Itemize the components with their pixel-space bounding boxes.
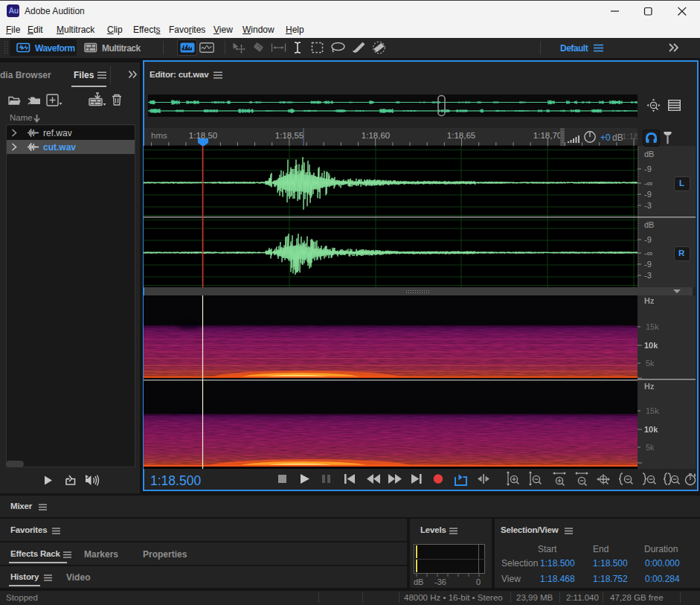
svg-text:-9: -9 xyxy=(644,164,652,173)
svg-text:-3: -3 xyxy=(644,271,652,280)
svg-text:1:18,: 1:18, xyxy=(622,132,638,141)
svg-text:Hz: Hz xyxy=(644,296,655,305)
svg-text:-9: -9 xyxy=(644,260,652,269)
svg-text:1:18,65: 1:18,65 xyxy=(447,131,475,140)
svg-text:1:18,60: 1:18,60 xyxy=(362,131,390,140)
svg-text:10k: 10k xyxy=(644,341,658,350)
svg-text:5k: 5k xyxy=(646,359,655,368)
svg-text:-3: -3 xyxy=(644,201,652,210)
svg-text:15k: 15k xyxy=(646,322,659,331)
svg-text:1:18,55: 1:18,55 xyxy=(275,131,304,140)
svg-text:dB: dB xyxy=(644,150,654,159)
svg-text:1:18,70: 1:18,70 xyxy=(533,131,562,140)
svg-text:-∞: -∞ xyxy=(644,249,653,257)
svg-text:10k: 10k xyxy=(644,425,658,434)
svg-text:15k: 15k xyxy=(646,406,659,415)
svg-text:-∞: -∞ xyxy=(644,179,653,188)
svg-text:Hz: Hz xyxy=(644,382,655,391)
svg-text:5k: 5k xyxy=(646,443,655,452)
svg-text:-9: -9 xyxy=(644,190,652,199)
svg-text:-9: -9 xyxy=(644,235,652,244)
svg-text:dB: dB xyxy=(644,220,654,229)
svg-text:+0: +0 xyxy=(600,132,611,143)
